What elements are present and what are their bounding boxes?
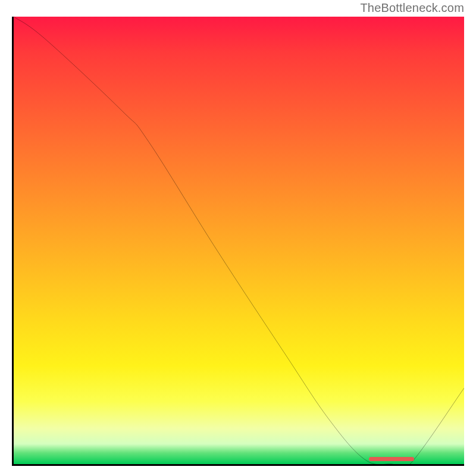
optimal-range-marker bbox=[369, 457, 414, 461]
bottleneck-curve bbox=[14, 17, 464, 464]
chart-area bbox=[12, 17, 464, 466]
curve-path bbox=[14, 17, 464, 464]
watermark-text: TheBottleneck.com bbox=[360, 1, 464, 15]
